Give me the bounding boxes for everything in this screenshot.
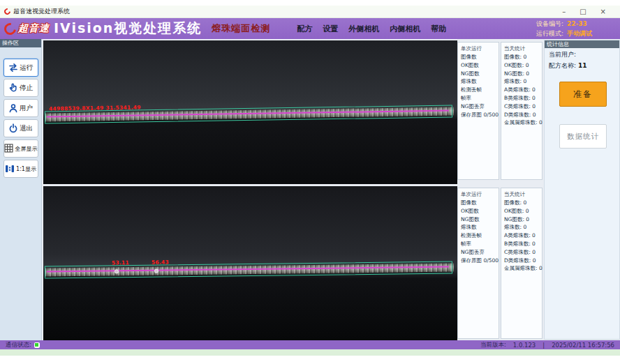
inner-camera-view[interactable]: 53.11 56.43 — [43, 186, 457, 340]
stat-row: 帧率 — [461, 94, 499, 103]
stat-row: 金属屑熔珠数: 0 — [504, 119, 542, 127]
menu-item[interactable]: 设置 — [323, 24, 338, 34]
stat-row: NG图数 — [461, 215, 499, 224]
version-label: 当前版本: — [480, 341, 506, 349]
stat-row: C类熔珠数: 0 — [504, 103, 542, 111]
menu-item[interactable]: 外侧相机 — [348, 24, 379, 34]
brand-logo-icon — [2, 20, 19, 37]
minimize-button[interactable]: – — [562, 6, 566, 18]
defect-marker — [115, 269, 119, 273]
detected-strip: 44988539.8X1.49 31.5341.49 — [45, 107, 454, 121]
stat-row: A类熔珠数: 0 — [504, 232, 542, 240]
stop-button-label: 停止 — [20, 84, 33, 93]
window-title: 超音速视觉处理系统 — [13, 7, 70, 16]
daily-stats-bottom: 当天统计 图像数: 0OK图数: 0NG图数: 0熔珠数: 0A类熔珠数: 0B… — [501, 188, 542, 339]
exit-button[interactable]: 退出 — [3, 119, 38, 137]
defect-marker — [154, 269, 158, 273]
app-logo-icon — [3, 7, 12, 16]
info-panel-title: 统计信息 — [545, 40, 619, 48]
exit-button-label: 退出 — [20, 124, 33, 133]
run-button-label: 运行 — [20, 63, 33, 73]
stat-row: B类熔珠数: 0 — [504, 94, 542, 103]
run-arrows-icon — [8, 63, 18, 73]
stat-row: 保存原图 0/500 — [461, 111, 499, 119]
stat-row: 图像数 — [461, 53, 499, 61]
stop-button[interactable]: 停止 — [3, 79, 38, 97]
stat-row: 保存原图 0/500 — [461, 257, 499, 265]
stat-row: 帧率 — [461, 240, 499, 248]
stat-row: 熔珠数: 0 — [504, 223, 542, 232]
one-to-one-button[interactable]: 1:1显示 — [3, 160, 38, 178]
stat-row: 熔珠数 — [461, 77, 499, 86]
stat-row: OK图数 — [461, 61, 499, 70]
user-button-label: 用户 — [20, 104, 33, 113]
user-icon — [8, 103, 18, 113]
window-controls: – □ × — [562, 6, 616, 18]
current-user-label: 当前用户: — [549, 51, 576, 58]
status-bar: 通信状态: 当前版本: 1.0.123 | 2025/02/11 16:57:5… — [0, 340, 620, 349]
user-button[interactable]: 用户 — [3, 99, 38, 117]
menu-item[interactable]: 配方 — [297, 24, 312, 34]
run-button[interactable]: 运行 — [3, 59, 38, 77]
stat-row: NG图丢弃 — [461, 248, 499, 257]
daily-stats-top: 当天统计 图像数: 0OK图数: 0NG图数: 0熔珠数: 0A类熔珠数: 0B… — [501, 42, 542, 180]
close-button[interactable]: × — [600, 6, 606, 18]
desktop-edge — [0, 349, 620, 356]
device-id-value: 22-33 — [567, 20, 592, 27]
maximize-button[interactable]: □ — [580, 6, 586, 18]
app-header: 超音速 IVision视觉处理系统 熔珠端面检测 配方 设置 外侧相机 内侧相机… — [0, 18, 620, 39]
device-info: 设备编号: 22-33 运行模式: 手动调试 — [536, 20, 613, 38]
main-area: 操作区 运行 停止 — [0, 39, 620, 340]
stat-row: D类熔珠数: 0 — [504, 257, 542, 265]
point-label: 53.11 — [112, 259, 129, 266]
one-to-one-button-label: 1:1显示 — [16, 165, 36, 173]
version-value: 1.0.123 — [513, 342, 536, 349]
recipe-name-value: 11 — [578, 62, 587, 69]
inspection-mode-title: 熔珠端面检测 — [212, 22, 270, 35]
stat-row: OK图数: 0 — [504, 61, 542, 70]
stat-row: NG图数: 0 — [504, 70, 542, 78]
window-titlebar: 超音速视觉处理系统 – □ × — [0, 6, 620, 18]
menu-item[interactable]: 帮助 — [431, 24, 446, 34]
comm-green-light-icon — [35, 343, 38, 347]
stat-row: A类熔珠数: 0 — [504, 86, 542, 94]
stat-row: C类熔珠数: 0 — [504, 248, 542, 257]
sidebar-title: 操作区 — [0, 39, 41, 47]
stat-row: OK图数 — [461, 207, 499, 215]
fullscreen-button[interactable]: 全屏显示 — [3, 139, 38, 158]
menu-item[interactable]: 内侧相机 — [390, 24, 420, 34]
stat-row: 图像数 — [461, 199, 499, 207]
stat-row: 熔珠数: 0 — [504, 77, 542, 86]
outer-camera-view[interactable]: 44988539.8X1.49 31.5341.49 — [43, 40, 457, 184]
stat-row: 熔珠数 — [461, 223, 499, 232]
statistics-info-panel: 统计信息 当前用户: 配方名称: 11 准备 数据统计 — [544, 40, 620, 340]
stat-row: NG图丢弃 — [461, 103, 499, 111]
fullscreen-button-label: 全屏显示 — [15, 145, 38, 153]
stat-row: OK图数: 0 — [504, 207, 542, 215]
stat-row: 检测丢帧 — [461, 232, 499, 240]
power-icon — [8, 123, 18, 133]
recipe-row: 配方名称: 11 — [545, 59, 619, 70]
main-menu: 配方 设置 外侧相机 内侧相机 帮助 — [297, 24, 446, 34]
comm-status-label: 通信状态: — [6, 341, 31, 349]
run-mode-value: 手动调试 — [567, 29, 592, 38]
recipe-name-label: 配方名称: — [549, 62, 576, 69]
group-title: 单次运行 — [461, 44, 499, 53]
stat-row: D类熔珠数: 0 — [504, 111, 542, 119]
stat-row: 金属屑熔珠数: 0 — [504, 264, 542, 273]
datetime: 2025/02/11 16:57:56 — [552, 342, 614, 349]
stat-row: 图像数: 0 — [504, 53, 542, 61]
data-statistics-button[interactable]: 数据统计 — [559, 124, 607, 149]
stat-row: B类熔珠数: 0 — [504, 240, 542, 248]
run-mode-label: 运行模式: — [536, 29, 563, 38]
comm-status-indicator — [34, 342, 40, 348]
prepare-button[interactable]: 准备 — [559, 82, 607, 107]
brand-name: 超音速 — [18, 22, 50, 35]
current-user-row: 当前用户: — [545, 48, 619, 59]
group-title: 当天统计 — [504, 190, 542, 199]
device-id-label: 设备编号: — [536, 20, 563, 29]
stat-row: NG图数: 0 — [504, 215, 542, 224]
point-label: 56.43 — [152, 259, 169, 265]
separator: | — [542, 342, 545, 349]
page-title: IVision视觉处理系统 — [54, 20, 202, 38]
